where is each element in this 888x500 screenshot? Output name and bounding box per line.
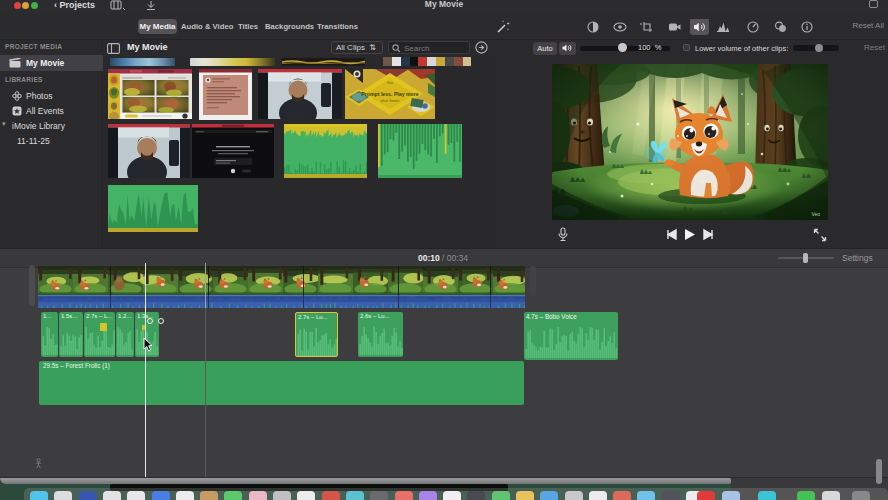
svg-text:Veo: Veo [387, 81, 393, 85]
svg-text:Veo: Veo [811, 211, 820, 217]
svg-text:what Gemini: what Gemini [381, 99, 400, 103]
svg-text:Prompt less. Play more: Prompt less. Play more [361, 91, 418, 97]
